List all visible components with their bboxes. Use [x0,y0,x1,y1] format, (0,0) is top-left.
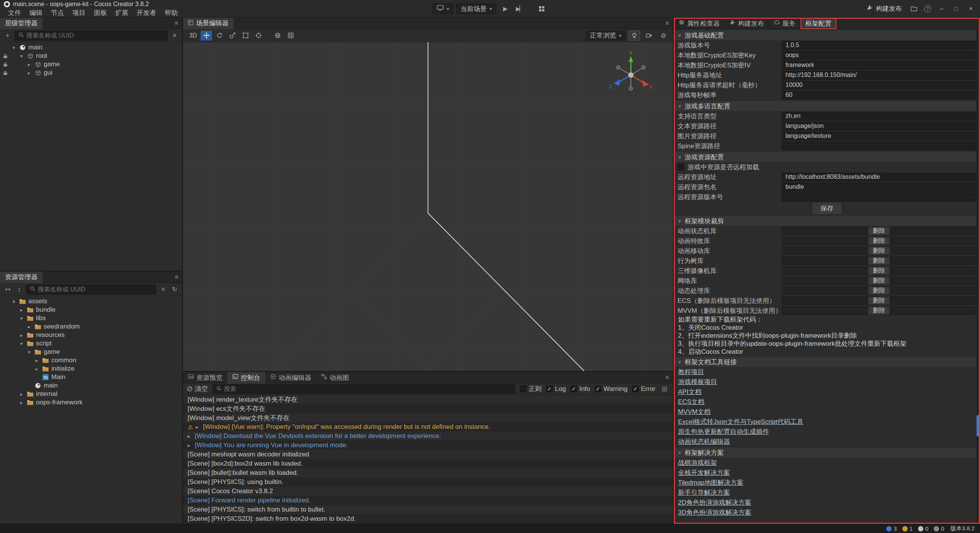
checkbox-icon[interactable] [520,386,526,392]
log-detail-icon[interactable] [660,384,669,394]
tab-assets[interactable]: 资源管理器 [0,271,42,283]
collapse-arrow-icon[interactable]: ▾ [18,316,24,321]
inspector-tab-3[interactable]: 框架配置 [800,18,836,29]
expand-arrow-icon[interactable]: ▸ [18,307,24,313]
property-input[interactable] [782,112,976,121]
asset-node[interactable]: ▾assets [0,297,182,306]
status-count-notice[interactable]: 0 [934,525,944,532]
checkbox-icon[interactable]: ✓ [546,386,553,392]
checkbox-icon[interactable]: ✓ [595,386,601,392]
property-input[interactable] [782,193,976,201]
log-row[interactable]: [Scene] Forward render pipeline initiali… [183,496,673,505]
delete-button[interactable]: 删除 [868,257,890,265]
lock-icon[interactable] [3,70,8,77]
hierarchy-node[interactable]: ▾root [0,52,182,60]
console-search-box[interactable] [212,384,515,394]
console-filter-error[interactable]: ✓Error [632,385,655,393]
save-button[interactable]: 保存 [812,202,842,215]
lighting-toggle-icon[interactable] [629,31,640,41]
console-filter-info[interactable]: ✓Info [570,385,590,393]
doc-link[interactable]: Excel格式转Json文件与TypeScript代码工具 [678,417,804,426]
maximize-button[interactable]: □ [949,3,963,15]
log-row[interactable]: ▸[Window] You are running Vue in develop… [183,441,673,450]
status-count-warning[interactable]: 1 [902,525,913,532]
asset-node[interactable]: main [0,381,182,390]
delete-button[interactable]: 删除 [868,276,890,285]
expand-arrow-icon[interactable]: ▸ [18,391,24,397]
hierarchy-node[interactable]: ▾main [0,43,182,52]
create-node-button[interactable]: + [3,31,12,40]
doc-link[interactable]: Tiledmap地图解决方案 [678,478,743,487]
rect-tool-icon[interactable] [240,31,251,41]
property-input[interactable] [782,61,976,70]
collapse-arrow-icon[interactable]: ▾ [11,299,17,304]
log-row[interactable]: [Window] ecs文件夹不存在 [183,404,673,413]
log-row[interactable]: [Scene] [PHYSICS]: switch from builtin t… [183,505,673,514]
scale-tool-icon[interactable] [227,31,238,41]
world-coordinate-icon[interactable] [272,31,283,41]
asset-node[interactable]: ▸internal [0,390,182,398]
orientation-gizmo[interactable]: Y X Z [608,51,654,97]
folder-open-icon[interactable] [907,3,920,15]
hierarchy-node[interactable]: ▸gui [0,69,182,77]
section-header[interactable]: ∨游戏资源配置 [674,152,980,162]
status-count-error[interactable]: 0 [918,525,928,532]
asset-node[interactable]: TSMain [0,373,182,381]
expand-arrow-icon[interactable]: ▸ [26,70,32,76]
scrollbar-thumb[interactable] [977,415,980,437]
console-tab-3[interactable]: 动画图 [316,372,354,383]
asset-node[interactable]: ▸initialize [0,365,182,373]
hierarchy-node[interactable]: ▸game [0,60,182,69]
log-row[interactable]: [Scene] [PHYSICS]: using builtin. [183,477,673,487]
doc-link[interactable]: API文档 [678,387,701,396]
snap-settings-icon[interactable] [285,31,296,41]
log-row[interactable]: ▸[Window] Download the Vue Devtools exte… [183,432,673,441]
asset-node[interactable]: ▸resources [0,331,182,339]
console-tab-2[interactable]: 动画编辑器 [265,372,316,383]
section-header[interactable]: ∨框架文档工具链接 [674,357,980,367]
section-header[interactable]: ∨框架模块裁剪 [674,216,980,226]
log-row[interactable]: [Scene] meshopt wasm decoder initialized [183,450,673,459]
doc-link[interactable]: 战棋游戏框架 [678,458,717,467]
doc-link[interactable]: 3D角色扮演游戏解决方案 [678,508,751,517]
log-row[interactable]: [Scene] [box2d]:box2d wasm lib loaded. [183,459,673,468]
delete-button[interactable]: 删除 [868,227,890,235]
property-input[interactable] [782,132,976,141]
sort-assets-icon[interactable]: ↕ [15,285,24,294]
log-row[interactable]: [Window] model_view文件夹不存在 [183,413,673,422]
log-row[interactable]: [Scene] [bullet]:bullet wasm lib loaded. [183,468,673,477]
layout-grid-icon[interactable] [536,3,547,14]
property-input[interactable] [782,142,976,150]
doc-link[interactable]: ECS文档 [678,397,704,406]
property-input[interactable] [782,91,976,100]
close-button[interactable]: × [964,3,978,15]
status-count-info[interactable]: 3 [886,525,897,532]
log-row[interactable]: [Scene] Cocos Creator v3.8.2 [183,487,673,496]
assets-filter-icon[interactable]: ≡ [158,285,168,294]
doc-link[interactable]: 原生包热更新配置自动生成插件 [678,427,769,436]
console-tab-0[interactable]: 资源预览 [183,372,227,383]
property-input[interactable] [782,71,976,80]
delete-button[interactable]: 删除 [868,286,890,295]
section-header[interactable]: ∨游戏基础配置 [674,30,980,40]
section-header[interactable]: ∨框架解决方案 [674,448,980,458]
minimize-button[interactable]: – [935,3,949,15]
panel-menu-icon[interactable]: ≡ [171,18,182,29]
move-tool-icon[interactable] [201,31,212,41]
collapse-arrow-icon[interactable]: ▾ [11,45,17,51]
clear-console-button[interactable]: 清空 [187,384,208,393]
rotate-tool-icon[interactable] [214,31,225,41]
lock-icon[interactable] [3,53,8,60]
console-tab-1[interactable]: 控制台 [227,372,265,383]
tab-scene[interactable]: 场景编辑器 [183,18,234,29]
panel-menu-icon[interactable]: ≡ [662,18,673,29]
checkbox-icon[interactable] [678,164,684,170]
log-row[interactable]: ⚠▸[Window] [Vue warn]: Property "onInput… [183,422,673,432]
property-input[interactable] [782,81,976,90]
asset-node[interactable]: ▸bundle [0,306,182,314]
collapse-arrow-icon[interactable]: ▾ [26,349,32,355]
log-row[interactable]: [Window] render_texture文件夹不存在 [183,395,673,404]
assets-search-input[interactable] [38,286,152,293]
regex-filter[interactable]: 正则 [520,384,542,393]
asset-node[interactable]: ▾libs [0,314,182,322]
